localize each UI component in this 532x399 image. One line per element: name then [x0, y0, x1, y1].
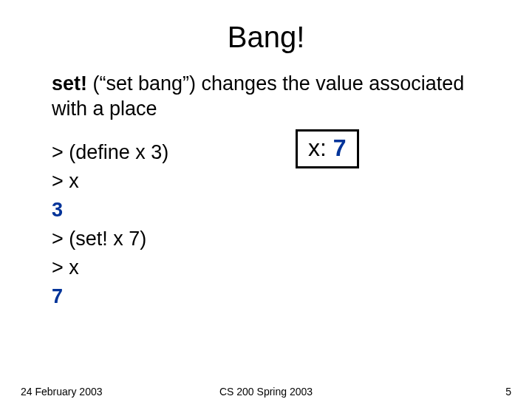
- repl-transcript: > (define x 3) > x 3 > (set! x 7) > x 7: [52, 138, 480, 312]
- repl-line: > x: [52, 253, 480, 282]
- repl-output: 7: [52, 282, 480, 311]
- content-area: > (define x 3) > x 3 > (set! x 7) > x 7 …: [0, 122, 532, 312]
- slide: Bang! set! (“set bang”) changes the valu…: [0, 0, 532, 399]
- description-text: (“set bang”) changes the value associate…: [52, 72, 464, 120]
- repl-line: > (define x 3): [52, 138, 480, 167]
- description: set! (“set bang”) changes the value asso…: [0, 54, 532, 122]
- repl-output: 3: [52, 196, 480, 225]
- repl-line: > x: [52, 167, 480, 196]
- value-box-wrap: x: 7: [296, 129, 359, 168]
- footer-course: CS 200 Spring 2003: [0, 386, 532, 398]
- slide-title: Bang!: [0, 0, 532, 54]
- value-box-value: 7: [333, 134, 347, 161]
- value-box: x: 7: [296, 129, 359, 168]
- footer-page-number: 5: [505, 386, 511, 398]
- repl-line: > (set! x 7): [52, 225, 480, 253]
- keyword-set-bang: set!: [52, 72, 87, 95]
- value-box-label: x:: [308, 134, 333, 161]
